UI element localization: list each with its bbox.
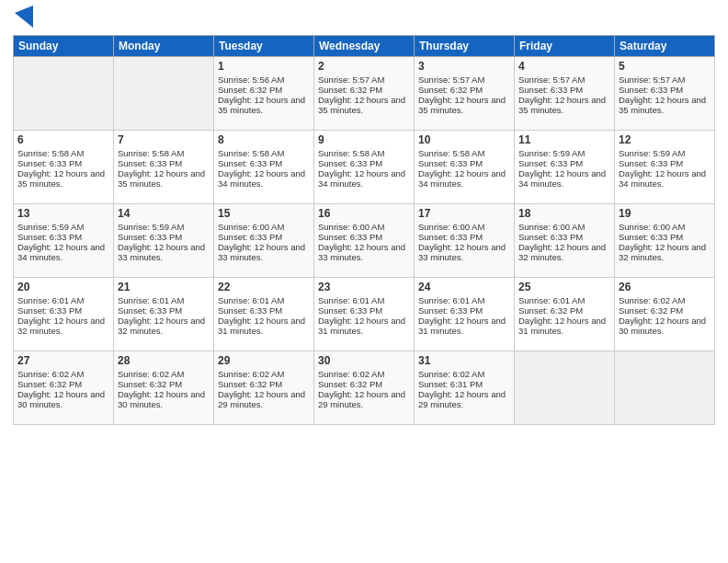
- day-info: Sunset: 6:33 PM: [118, 232, 210, 242]
- day-info: Sunset: 6:32 PM: [318, 379, 410, 389]
- weekday-header: Monday: [114, 36, 214, 57]
- calendar-cell: 23Sunrise: 6:01 AMSunset: 6:33 PMDayligh…: [314, 278, 415, 351]
- day-number: 30: [318, 354, 410, 367]
- day-info: Sunset: 6:32 PM: [318, 85, 410, 95]
- day-number: 27: [17, 354, 109, 367]
- day-number: 2: [318, 60, 410, 73]
- day-info: Sunset: 6:33 PM: [218, 232, 310, 242]
- day-number: 16: [318, 207, 410, 220]
- day-info: Sunrise: 5:59 AM: [518, 148, 610, 158]
- weekday-header: Thursday: [415, 36, 515, 57]
- calendar-cell: 9Sunrise: 5:58 AMSunset: 6:33 PMDaylight…: [314, 131, 415, 204]
- day-info: Daylight: 12 hours and 35 minutes.: [218, 95, 310, 115]
- day-number: 12: [619, 133, 711, 146]
- calendar-cell: 14Sunrise: 5:59 AMSunset: 6:33 PMDayligh…: [114, 204, 214, 278]
- day-info: Sunrise: 6:02 AM: [118, 369, 210, 379]
- day-info: Daylight: 12 hours and 32 minutes.: [118, 316, 210, 336]
- day-info: Sunrise: 5:58 AM: [418, 148, 510, 158]
- day-info: Sunset: 6:32 PM: [518, 305, 610, 316]
- calendar-cell: 4Sunrise: 5:57 AMSunset: 6:33 PMDaylight…: [515, 57, 615, 131]
- day-info: Sunset: 6:32 PM: [118, 379, 210, 389]
- day-info: Daylight: 12 hours and 31 minutes.: [218, 316, 310, 336]
- day-info: Sunset: 6:33 PM: [619, 232, 711, 242]
- day-number: 7: [118, 133, 210, 146]
- day-number: 21: [118, 281, 210, 293]
- day-number: 19: [619, 207, 711, 220]
- day-info: Daylight: 12 hours and 29 minutes.: [218, 389, 310, 409]
- day-info: Daylight: 12 hours and 30 minutes.: [17, 389, 109, 409]
- day-number: 14: [118, 207, 210, 220]
- day-info: Daylight: 12 hours and 34 minutes.: [619, 168, 711, 189]
- header: [13, 9, 715, 28]
- calendar-cell: 30Sunrise: 6:02 AMSunset: 6:32 PMDayligh…: [314, 351, 415, 425]
- day-info: Sunrise: 5:58 AM: [118, 148, 210, 158]
- calendar-week-row: 27Sunrise: 6:02 AMSunset: 6:32 PMDayligh…: [14, 351, 715, 425]
- day-number: 6: [17, 133, 109, 146]
- calendar-cell: 5Sunrise: 5:57 AMSunset: 6:33 PMDaylight…: [615, 57, 715, 131]
- day-number: 15: [218, 207, 310, 220]
- day-info: Daylight: 12 hours and 33 minutes.: [318, 242, 410, 262]
- day-info: Daylight: 12 hours and 34 minutes.: [318, 168, 410, 189]
- calendar-cell: 19Sunrise: 6:00 AMSunset: 6:33 PMDayligh…: [615, 204, 715, 278]
- day-info: Sunrise: 5:57 AM: [418, 75, 510, 85]
- day-number: 24: [418, 281, 510, 293]
- logo-icon: [15, 6, 33, 28]
- calendar-week-row: 13Sunrise: 5:59 AMSunset: 6:33 PMDayligh…: [14, 204, 715, 278]
- day-info: Sunrise: 5:58 AM: [318, 148, 410, 158]
- day-info: Sunset: 6:31 PM: [418, 379, 510, 389]
- day-number: 8: [218, 133, 310, 146]
- day-number: 5: [619, 60, 711, 73]
- day-info: Sunrise: 5:56 AM: [218, 75, 310, 85]
- day-number: 3: [418, 60, 510, 73]
- day-info: Sunset: 6:33 PM: [17, 232, 109, 242]
- day-info: Daylight: 12 hours and 34 minutes.: [418, 168, 510, 189]
- calendar-week-row: 6Sunrise: 5:58 AMSunset: 6:33 PMDaylight…: [14, 131, 715, 204]
- calendar-cell: 31Sunrise: 6:02 AMSunset: 6:31 PMDayligh…: [415, 351, 515, 425]
- day-number: 11: [518, 133, 610, 146]
- day-info: Sunset: 6:32 PM: [17, 379, 109, 389]
- day-info: Daylight: 12 hours and 29 minutes.: [418, 389, 510, 409]
- day-info: Sunrise: 6:01 AM: [118, 295, 210, 305]
- day-info: Sunset: 6:33 PM: [218, 158, 310, 168]
- day-info: Daylight: 12 hours and 35 minutes.: [118, 168, 210, 189]
- day-number: 10: [418, 133, 510, 146]
- calendar-cell: 24Sunrise: 6:01 AMSunset: 6:33 PMDayligh…: [415, 278, 515, 351]
- calendar-cell: 21Sunrise: 6:01 AMSunset: 6:33 PMDayligh…: [114, 278, 214, 351]
- calendar-cell: 26Sunrise: 6:02 AMSunset: 6:32 PMDayligh…: [615, 278, 715, 351]
- day-info: Daylight: 12 hours and 33 minutes.: [418, 242, 510, 262]
- day-info: Sunrise: 6:01 AM: [518, 295, 610, 305]
- day-info: Daylight: 12 hours and 31 minutes.: [318, 316, 410, 336]
- page: SundayMondayTuesdayWednesdayThursdayFrid…: [0, 0, 728, 563]
- calendar-cell: 13Sunrise: 5:59 AMSunset: 6:33 PMDayligh…: [14, 204, 114, 278]
- day-info: Sunrise: 6:01 AM: [418, 295, 510, 305]
- day-info: Sunrise: 6:00 AM: [619, 222, 711, 232]
- day-info: Sunrise: 6:02 AM: [619, 295, 711, 305]
- day-info: Sunrise: 6:00 AM: [318, 222, 410, 232]
- calendar-cell: 20Sunrise: 6:01 AMSunset: 6:33 PMDayligh…: [14, 278, 114, 351]
- day-info: Sunrise: 5:59 AM: [17, 222, 109, 232]
- day-number: 20: [17, 281, 109, 293]
- day-info: Sunrise: 6:00 AM: [218, 222, 310, 232]
- day-info: Daylight: 12 hours and 35 minutes.: [418, 95, 510, 115]
- weekday-header: Saturday: [615, 36, 715, 57]
- day-info: Sunrise: 6:01 AM: [17, 295, 109, 305]
- day-info: Sunset: 6:33 PM: [518, 158, 610, 168]
- day-info: Daylight: 12 hours and 32 minutes.: [619, 242, 711, 262]
- day-info: Daylight: 12 hours and 29 minutes.: [318, 389, 410, 409]
- day-info: Sunrise: 6:01 AM: [318, 295, 410, 305]
- day-number: 22: [218, 281, 310, 293]
- day-number: 18: [518, 207, 610, 220]
- day-number: 26: [619, 281, 711, 293]
- day-info: Daylight: 12 hours and 35 minutes.: [619, 95, 711, 115]
- day-info: Sunset: 6:33 PM: [418, 158, 510, 168]
- day-info: Daylight: 12 hours and 34 minutes.: [17, 242, 109, 262]
- weekday-header-row: SundayMondayTuesdayWednesdayThursdayFrid…: [14, 36, 715, 57]
- day-info: Daylight: 12 hours and 30 minutes.: [619, 316, 711, 336]
- day-info: Sunset: 6:33 PM: [118, 158, 210, 168]
- day-info: Daylight: 12 hours and 32 minutes.: [518, 242, 610, 262]
- day-info: Sunrise: 5:58 AM: [218, 148, 310, 158]
- calendar-cell: [14, 57, 114, 131]
- calendar-cell: 28Sunrise: 6:02 AMSunset: 6:32 PMDayligh…: [114, 351, 214, 425]
- day-info: Daylight: 12 hours and 31 minutes.: [518, 316, 610, 336]
- calendar-cell: 29Sunrise: 6:02 AMSunset: 6:32 PMDayligh…: [214, 351, 314, 425]
